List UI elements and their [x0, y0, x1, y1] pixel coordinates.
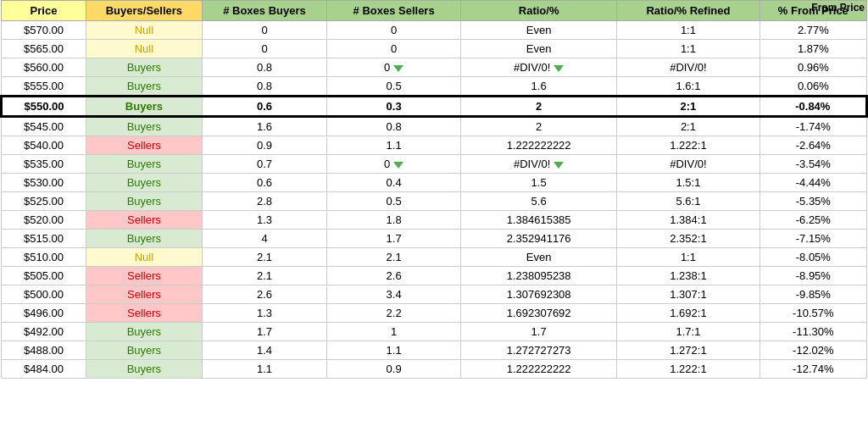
- cell-boxes-sellers: 0.5: [327, 192, 461, 211]
- cell-ratio: 1.384615385: [461, 211, 617, 230]
- cell-boxes-buyers: 1.7: [202, 323, 326, 341]
- cell-ratio: 1.272727273: [461, 341, 617, 360]
- cell-from-price: -7.15%: [760, 230, 866, 248]
- cell-price: $510.00: [2, 248, 86, 267]
- cell-from-price: -9.85%: [760, 285, 866, 304]
- cell-from-price: -0.84%: [760, 97, 866, 117]
- cell-buyers-sellers: Sellers: [86, 285, 202, 304]
- cell-boxes-buyers: 2.1: [202, 248, 326, 267]
- cell-boxes-sellers: 0.9: [327, 360, 461, 379]
- col-header-buyers-sellers: Buyers/Sellers: [86, 1, 202, 21]
- table-row: $530.00Buyers0.60.41.51.5:1-4.44%: [2, 174, 867, 192]
- cell-from-price: -12.02%: [760, 341, 866, 360]
- down-arrow-icon: [554, 162, 564, 169]
- cell-ratio-refined: 1.272:1: [617, 341, 760, 360]
- cell-from-price: 0.06%: [760, 77, 866, 97]
- cell-buyers-sellers: Buyers: [86, 174, 202, 192]
- cell-price: $555.00: [2, 77, 86, 97]
- cell-ratio-refined: #DIV/0!: [617, 58, 760, 77]
- cell-price: $535.00: [2, 155, 86, 174]
- cell-ratio-refined: #DIV/0!: [617, 155, 760, 174]
- cell-ratio-refined: 1:1: [617, 21, 760, 40]
- cell-ratio: 5.6: [461, 192, 617, 211]
- cell-ratio-refined: 1.5:1: [617, 174, 760, 192]
- table-row: $570.00Null00Even1:12.77%: [2, 21, 867, 40]
- table-row: $560.00Buyers0.80#DIV/0!#DIV/0!0.96%: [2, 58, 867, 77]
- col-header-boxes-sellers: # Boxes Sellers: [327, 1, 461, 21]
- cell-boxes-sellers: 0: [327, 58, 461, 77]
- cell-ratio: 2.352941176: [461, 230, 617, 248]
- table-row: $496.00Sellers1.32.21.6923076921.692:1-1…: [2, 304, 867, 323]
- cell-price: $530.00: [2, 174, 86, 192]
- cell-ratio-refined: 1.222:1: [617, 360, 760, 379]
- table-row: $555.00Buyers0.80.51.61.6:10.06%: [2, 77, 867, 97]
- cell-buyers-sellers: Buyers: [86, 97, 202, 117]
- cell-ratio: Even: [461, 40, 617, 58]
- cell-boxes-buyers: 0.8: [202, 58, 326, 77]
- cell-boxes-buyers: 2.6: [202, 285, 326, 304]
- cell-boxes-sellers: 1.1: [327, 341, 461, 360]
- cell-boxes-buyers: 4: [202, 230, 326, 248]
- cell-ratio-refined: 1.384:1: [617, 211, 760, 230]
- cell-boxes-buyers: 0.9: [202, 136, 326, 155]
- cell-buyers-sellers: Sellers: [86, 211, 202, 230]
- cell-price: $570.00: [2, 21, 86, 40]
- cell-buyers-sellers: Null: [86, 40, 202, 58]
- table-row: $500.00Sellers2.63.41.3076923081.307:1-9…: [2, 285, 867, 304]
- cell-boxes-sellers: 3.4: [327, 285, 461, 304]
- cell-ratio: Even: [461, 248, 617, 267]
- table-row: $515.00Buyers41.72.3529411762.352:1-7.15…: [2, 230, 867, 248]
- cell-buyers-sellers: Buyers: [86, 341, 202, 360]
- cell-from-price: -11.30%: [760, 323, 866, 341]
- cell-boxes-sellers: 2.2: [327, 304, 461, 323]
- cell-ratio: #DIV/0!: [461, 155, 617, 174]
- cell-boxes-buyers: 0.8: [202, 77, 326, 97]
- cell-ratio: 1.307692308: [461, 285, 617, 304]
- cell-boxes-buyers: 0.6: [202, 174, 326, 192]
- cell-ratio-refined: 1.307:1: [617, 285, 760, 304]
- cell-boxes-sellers: 0.3: [327, 97, 461, 117]
- cell-boxes-sellers: 0.8: [327, 117, 461, 136]
- cell-boxes-buyers: 1.6: [202, 117, 326, 136]
- cell-boxes-buyers: 0.7: [202, 155, 326, 174]
- table-row: $510.00Null2.12.1Even1:1-8.05%: [2, 248, 867, 267]
- cell-price: $540.00: [2, 136, 86, 155]
- cell-from-price: 0.96%: [760, 58, 866, 77]
- cell-boxes-buyers: 2.1: [202, 267, 326, 285]
- cell-from-price: -6.25%: [760, 211, 866, 230]
- col-header-boxes-buyers: # Boxes Buyers: [202, 1, 326, 21]
- table-row: $484.00Buyers1.10.91.2222222221.222:1-12…: [2, 360, 867, 379]
- down-arrow-icon: [554, 65, 564, 72]
- cell-price: $505.00: [2, 267, 86, 285]
- from-price-label: From Price: [808, 0, 868, 15]
- cell-buyers-sellers: Buyers: [86, 58, 202, 77]
- cell-ratio-refined: 1.238:1: [617, 267, 760, 285]
- cell-price: $560.00: [2, 58, 86, 77]
- main-table: Price Buyers/Sellers # Boxes Buyers # Bo…: [0, 0, 868, 379]
- cell-from-price: 2.77%: [760, 21, 866, 40]
- cell-from-price: -5.35%: [760, 192, 866, 211]
- cell-price: $500.00: [2, 285, 86, 304]
- cell-boxes-sellers: 0: [327, 21, 461, 40]
- cell-boxes-sellers: 2.6: [327, 267, 461, 285]
- cell-price: $550.00: [2, 97, 86, 117]
- cell-boxes-buyers: 2.8: [202, 192, 326, 211]
- cell-price: $565.00: [2, 40, 86, 58]
- cell-buyers-sellers: Buyers: [86, 230, 202, 248]
- cell-boxes-sellers: 0.4: [327, 174, 461, 192]
- cell-ratio-refined: 2:1: [617, 117, 760, 136]
- cell-buyers-sellers: Buyers: [86, 323, 202, 341]
- cell-ratio: Even: [461, 21, 617, 40]
- header-row: Price Buyers/Sellers # Boxes Buyers # Bo…: [2, 1, 867, 21]
- cell-ratio-refined: 1:1: [617, 248, 760, 267]
- cell-from-price: -1.74%: [760, 117, 866, 136]
- cell-boxes-buyers: 1.4: [202, 341, 326, 360]
- col-header-price: Price: [2, 1, 86, 21]
- cell-price: $484.00: [2, 360, 86, 379]
- cell-ratio: 1.6: [461, 77, 617, 97]
- cell-buyers-sellers: Buyers: [86, 117, 202, 136]
- cell-boxes-sellers: 0: [327, 40, 461, 58]
- table-row: $505.00Sellers2.12.61.2380952381.238:1-8…: [2, 267, 867, 285]
- cell-boxes-buyers: 0.6: [202, 97, 326, 117]
- cell-buyers-sellers: Null: [86, 248, 202, 267]
